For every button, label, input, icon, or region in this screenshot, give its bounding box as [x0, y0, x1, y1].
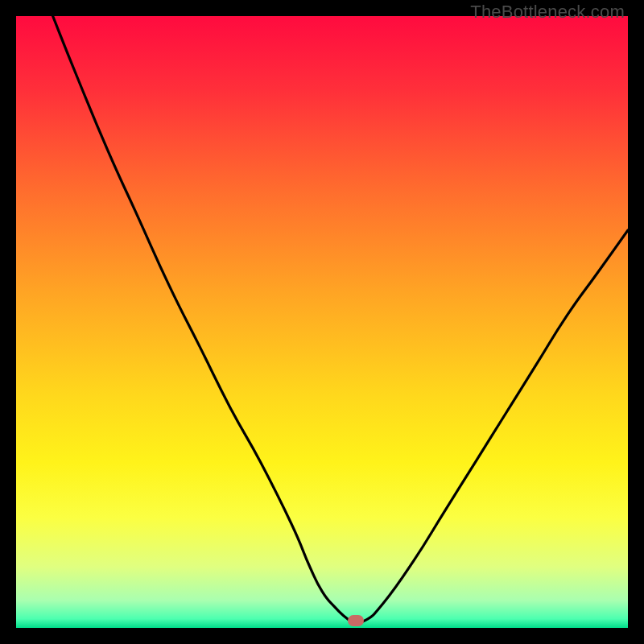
optimum-marker: [348, 615, 364, 626]
bottleneck-curve: [16, 16, 628, 628]
plot-area: [16, 16, 628, 628]
chart-canvas: TheBottleneck.com: [0, 0, 644, 644]
watermark-text: TheBottleneck.com: [470, 2, 625, 23]
